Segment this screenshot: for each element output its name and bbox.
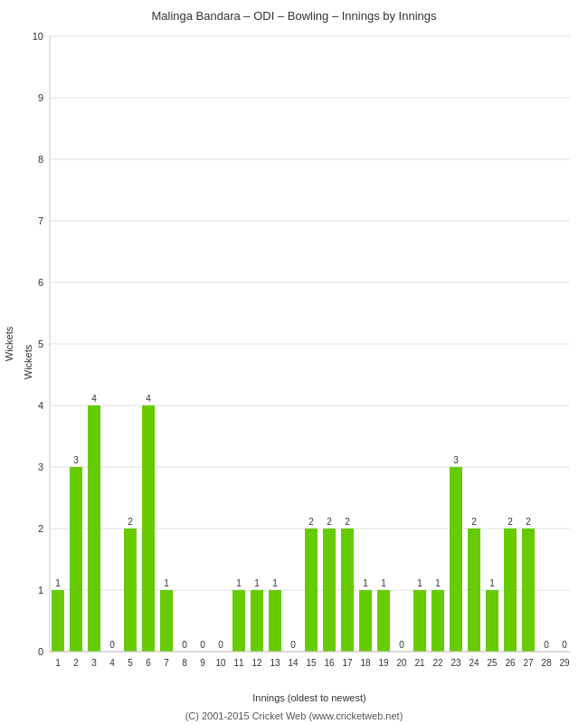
svg-text:4: 4 [146, 394, 151, 404]
svg-text:1: 1 [272, 578, 278, 588]
bar-16 [323, 529, 336, 652]
svg-text:5: 5 [128, 658, 133, 668]
svg-text:8: 8 [182, 658, 187, 668]
bar-19 [377, 590, 390, 652]
bar-11 [232, 590, 245, 652]
bar-5 [124, 529, 137, 652]
svg-text:19: 19 [378, 658, 389, 668]
svg-text:Innings (oldest to newest): Innings (oldest to newest) [252, 692, 365, 703]
bar-1 [52, 590, 64, 652]
bar-2 [70, 467, 82, 652]
svg-text:22: 22 [432, 658, 443, 668]
svg-text:1: 1 [381, 578, 386, 588]
svg-text:0: 0 [182, 640, 187, 650]
svg-text:0: 0 [290, 640, 296, 650]
svg-text:2: 2 [73, 658, 79, 668]
bar-17 [341, 529, 354, 652]
bar-15 [305, 529, 318, 652]
svg-text:6: 6 [38, 277, 43, 288]
svg-text:3: 3 [38, 462, 43, 472]
bar-6 [142, 405, 155, 652]
svg-text:14: 14 [288, 658, 299, 668]
svg-text:2: 2 [38, 523, 43, 534]
svg-text:4: 4 [91, 394, 97, 404]
svg-text:18: 18 [360, 658, 371, 668]
svg-text:10: 10 [33, 31, 43, 42]
svg-text:11: 11 [233, 658, 244, 668]
svg-text:3: 3 [453, 455, 459, 465]
svg-text:8: 8 [38, 154, 43, 165]
svg-text:29: 29 [559, 658, 570, 668]
svg-text:20: 20 [396, 658, 407, 668]
bar-12 [251, 590, 263, 652]
svg-text:24: 24 [469, 658, 479, 668]
svg-text:5: 5 [38, 338, 43, 349]
svg-text:2: 2 [345, 517, 350, 527]
svg-text:1: 1 [489, 578, 495, 588]
bar-25 [486, 590, 498, 652]
svg-text:0: 0 [544, 640, 549, 650]
svg-text:1: 1 [55, 578, 61, 588]
svg-text:1: 1 [435, 578, 441, 588]
bar-27 [522, 529, 535, 652]
bar-18 [359, 590, 372, 652]
svg-text:0: 0 [109, 640, 115, 650]
svg-text:1: 1 [417, 578, 422, 588]
svg-text:4: 4 [38, 400, 43, 411]
bar-22 [432, 590, 444, 652]
svg-text:2: 2 [128, 517, 133, 527]
svg-text:1: 1 [236, 578, 242, 588]
bar-23 [450, 467, 462, 652]
svg-text:1: 1 [363, 578, 368, 588]
svg-text:25: 25 [487, 658, 498, 668]
svg-text:(C) 2001-2015 Cricket Web (www: (C) 2001-2015 Cricket Web (www.cricketwe… [185, 710, 403, 721]
svg-text:0: 0 [562, 640, 567, 650]
bar-13 [269, 590, 281, 652]
svg-text:16: 16 [324, 658, 335, 668]
svg-text:21: 21 [414, 658, 425, 668]
svg-text:2: 2 [507, 517, 513, 527]
svg-text:4: 4 [109, 658, 115, 668]
svg-text:2: 2 [327, 517, 332, 527]
svg-text:17: 17 [342, 658, 353, 668]
svg-text:2: 2 [526, 517, 531, 527]
svg-text:2: 2 [471, 517, 477, 527]
bar-7 [160, 590, 173, 652]
svg-text:1: 1 [254, 578, 260, 588]
svg-text:0: 0 [399, 640, 404, 650]
svg-text:23: 23 [450, 658, 461, 668]
svg-text:28: 28 [541, 658, 552, 668]
svg-text:2: 2 [308, 517, 314, 527]
svg-text:0: 0 [218, 640, 223, 650]
svg-text:6: 6 [146, 658, 151, 668]
svg-text:3: 3 [91, 658, 97, 668]
svg-text:7: 7 [38, 215, 43, 226]
svg-text:7: 7 [164, 658, 169, 668]
svg-text:9: 9 [38, 92, 43, 103]
svg-text:1: 1 [164, 578, 169, 588]
svg-text:26: 26 [505, 658, 516, 668]
svg-text:0: 0 [200, 640, 205, 650]
svg-text:3: 3 [73, 455, 79, 465]
svg-text:27: 27 [523, 658, 534, 668]
svg-text:10: 10 [215, 658, 226, 668]
bar-3 [88, 405, 100, 652]
chart-svg: 10 9 8 7 6 5 4 3 2 1 0 1 1 3 2 4 3 0 4 2… [0, 0, 588, 724]
svg-text:Wickets: Wickets [4, 326, 14, 361]
svg-text:9: 9 [200, 658, 205, 668]
bar-24 [468, 529, 480, 652]
svg-text:1: 1 [55, 658, 61, 668]
svg-text:15: 15 [306, 658, 317, 668]
svg-text:12: 12 [251, 658, 262, 668]
svg-text:1: 1 [38, 585, 43, 595]
svg-text:0: 0 [38, 646, 43, 657]
bar-26 [504, 529, 517, 652]
bar-21 [413, 590, 426, 652]
chart-container: Malinga Bandara – ODI – Bowling – Inning… [0, 0, 588, 724]
svg-text:13: 13 [270, 658, 280, 668]
